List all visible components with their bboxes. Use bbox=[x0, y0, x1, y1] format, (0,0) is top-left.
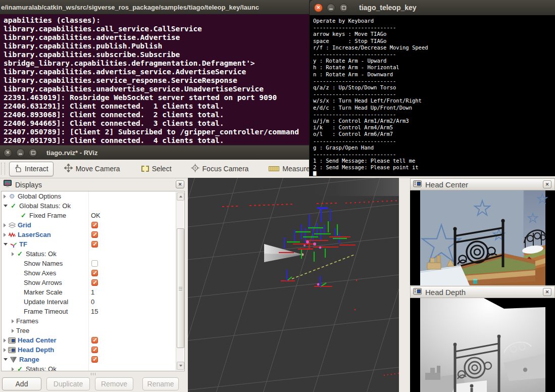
scrollbar-thumb[interactable] bbox=[177, 228, 184, 348]
checkbox-checked[interactable] bbox=[91, 231, 98, 238]
tree-row-tf[interactable]: TF bbox=[2, 239, 184, 249]
minimize-icon[interactable] bbox=[16, 149, 25, 157]
close-icon[interactable] bbox=[314, 4, 323, 12]
expander-icon[interactable] bbox=[12, 319, 14, 323]
camera-icon bbox=[8, 347, 16, 353]
expander-icon[interactable] bbox=[4, 358, 8, 361]
row-value[interactable]: 1 bbox=[91, 288, 94, 296]
focus-camera-button[interactable]: Focus Camera bbox=[186, 162, 254, 176]
interact-button[interactable]: Interact bbox=[9, 162, 54, 176]
rename-button[interactable]: Rename bbox=[142, 377, 179, 390]
monitor-icon bbox=[4, 180, 12, 189]
tree-row-fixed-frame[interactable]: ✓ Fixed Frame OK bbox=[2, 211, 184, 220]
tree-row-laserscan[interactable]: LaserScan bbox=[2, 230, 184, 239]
head-depth-header[interactable]: Head Depth bbox=[410, 286, 555, 298]
terminal-titlebar[interactable]: tiago_teleop_key bbox=[310, 0, 555, 16]
tree-row-global-options[interactable]: ⚙ Global Options bbox=[2, 191, 184, 201]
head-center-panel: Head Center bbox=[410, 178, 555, 285]
close-icon[interactable] bbox=[176, 180, 184, 188]
expander-icon[interactable] bbox=[4, 233, 6, 237]
measure-button[interactable]: Measure bbox=[264, 163, 314, 175]
toolbar-label: Measure bbox=[282, 165, 310, 173]
terminal-title: tiago_teleop_key bbox=[359, 4, 417, 12]
terminal-output[interactable]: Operate by Keyboard --------------------… bbox=[310, 15, 555, 176]
tree-row-update-interval[interactable]: Update Interval 0 bbox=[2, 297, 184, 307]
remove-button[interactable]: Remove bbox=[95, 377, 133, 390]
close-icon[interactable] bbox=[543, 288, 551, 296]
duplicate-button[interactable]: Duplicate bbox=[46, 377, 90, 390]
toolbar-label: Move Camera bbox=[76, 165, 120, 173]
tree-row-tree[interactable]: Tree bbox=[2, 326, 184, 335]
tree-row-range[interactable]: Range bbox=[2, 355, 184, 364]
checkbox-checked[interactable] bbox=[91, 222, 98, 228]
check-icon: ✓ bbox=[9, 202, 18, 210]
teleop-terminal-window: tiago_teleop_key Operate by Keyboard ---… bbox=[309, 0, 555, 176]
checkbox-checked[interactable] bbox=[91, 241, 98, 248]
checkbox-unchecked[interactable] bbox=[91, 260, 98, 267]
expander-icon[interactable] bbox=[4, 338, 6, 342]
close-icon[interactable] bbox=[4, 149, 12, 157]
tree-row-tf-status[interactable]: ✓ Status: Ok bbox=[2, 249, 184, 259]
scroll-up-icon[interactable] bbox=[177, 192, 184, 201]
3d-viewport[interactable] bbox=[188, 178, 399, 392]
minimize-icon[interactable] bbox=[327, 4, 335, 12]
tree-row-show-arrows[interactable]: Show Arrows bbox=[2, 278, 184, 287]
expander-icon[interactable] bbox=[4, 205, 8, 207]
panel-title: Head Depth bbox=[425, 288, 466, 297]
checkbox-checked[interactable] bbox=[91, 356, 98, 363]
tree-row-show-axes[interactable]: Show Axes bbox=[2, 268, 184, 278]
grid-icon bbox=[8, 222, 16, 228]
vertical-scrollbar[interactable] bbox=[176, 192, 184, 370]
terminal-titlebar[interactable]: e/inamuralab/catkin_ws/src/sigverse_ros_… bbox=[0, 0, 309, 15]
toolbar-label: Select bbox=[152, 165, 172, 173]
checkbox-checked[interactable] bbox=[91, 337, 98, 344]
add-button[interactable]: Add bbox=[2, 377, 41, 390]
checkbox-checked[interactable] bbox=[91, 347, 98, 353]
expander-icon[interactable] bbox=[4, 348, 6, 352]
displays-panel-title: Displays bbox=[15, 181, 42, 189]
terminal-text: apabilities (classes): library.capabilit… bbox=[0, 14, 309, 145]
expander-icon[interactable] bbox=[12, 329, 14, 333]
toolbar-drag-handle[interactable] bbox=[1, 163, 5, 175]
displays-tree: ⚙ Global Options ✓ Global Status: Ok ✓ F… bbox=[1, 191, 185, 371]
terminal-output[interactable]: apabilities (classes): library.capabilit… bbox=[0, 14, 309, 145]
maximize-icon[interactable] bbox=[339, 4, 348, 12]
desktop: tiago.rviz* - RViz Interact Move Camera … bbox=[0, 0, 555, 392]
tree-row-global-status[interactable]: ✓ Global Status: Ok bbox=[2, 201, 184, 211]
tree-row-marker-scale[interactable]: Marker Scale 1 bbox=[2, 287, 184, 297]
ruler-icon bbox=[269, 166, 279, 171]
tree-row-show-names[interactable]: Show Names bbox=[2, 259, 184, 268]
scroll-down-icon[interactable] bbox=[177, 362, 184, 370]
tree-row-head-center[interactable]: Head Center bbox=[2, 335, 184, 345]
tree-row-head-depth[interactable]: Head Depth bbox=[2, 345, 184, 355]
move-camera-button[interactable]: Move Camera bbox=[60, 162, 125, 176]
tree-row-frame-timeout[interactable]: Frame Timeout 15 bbox=[2, 307, 184, 316]
3d-scene bbox=[188, 178, 399, 392]
expander-icon[interactable] bbox=[12, 367, 14, 371]
tree-row-grid[interactable]: Grid bbox=[2, 220, 184, 230]
rviz-window-title: tiago.rviz* - RViz bbox=[46, 149, 97, 157]
expander-icon[interactable] bbox=[4, 243, 8, 246]
laser-scan-icon bbox=[8, 232, 16, 237]
row-value[interactable]: 0 bbox=[91, 298, 94, 306]
select-button[interactable]: Select bbox=[137, 163, 176, 175]
cone-icon bbox=[9, 357, 18, 363]
checkbox-checked[interactable] bbox=[91, 279, 98, 286]
row-value[interactable]: 15 bbox=[91, 308, 98, 315]
tree-row-range-status[interactable]: ✓ Status: Ok bbox=[2, 364, 184, 371]
camera-icon bbox=[413, 287, 422, 297]
tree-row-frames[interactable]: Frames bbox=[2, 316, 184, 326]
rosbridge-terminal-window: e/inamuralab/catkin_ws/src/sigverse_ros_… bbox=[0, 0, 309, 145]
terminal-title: e/inamuralab/catkin_ws/src/sigverse_ros_… bbox=[1, 4, 259, 11]
head-center-header[interactable]: Head Center bbox=[410, 178, 555, 190]
rviz-window: tiago.rviz* - RViz Interact Move Camera … bbox=[0, 145, 555, 392]
expander-icon[interactable] bbox=[4, 223, 6, 227]
move-arrows-icon bbox=[64, 164, 73, 174]
expander-icon[interactable] bbox=[12, 252, 14, 256]
close-icon[interactable] bbox=[543, 180, 551, 188]
displays-panel-header[interactable]: Displays bbox=[1, 179, 188, 190]
checkbox-checked[interactable] bbox=[91, 270, 98, 276]
check-icon: ✓ bbox=[16, 365, 24, 371]
maximize-icon[interactable] bbox=[29, 149, 37, 157]
expander-icon[interactable] bbox=[4, 194, 6, 199]
